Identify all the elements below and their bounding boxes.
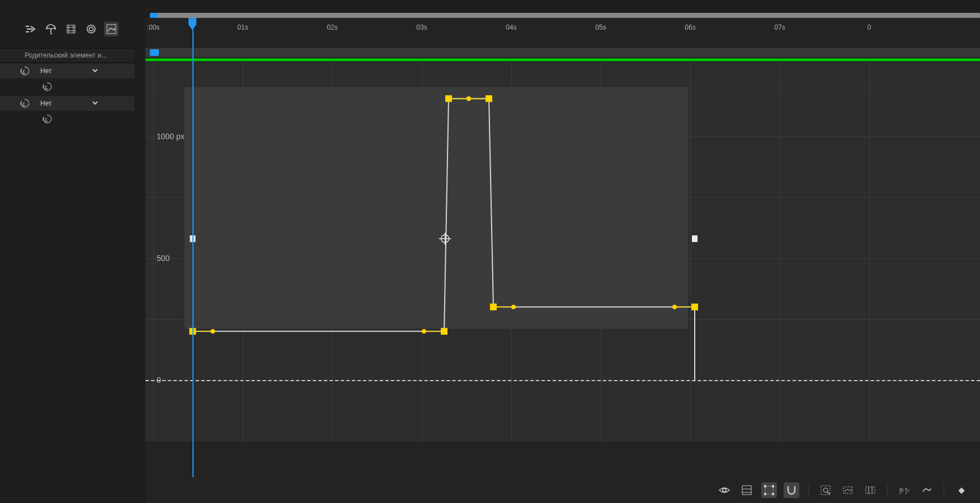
layer-row[interactable]: Нет: [0, 64, 134, 78]
snap-icon[interactable]: [784, 482, 799, 498]
layer-row[interactable]: Нет: [0, 96, 134, 111]
svg-line-22: [827, 492, 830, 494]
ruler-tick: 02s: [327, 23, 337, 31]
fit-selection-icon[interactable]: [840, 482, 856, 498]
graph-editor-icon[interactable]: [104, 22, 119, 36]
layer-subrow: [0, 112, 134, 126]
svg-rect-16: [764, 485, 766, 487]
pickwhip-icon[interactable]: [41, 81, 53, 92]
ruler-tick: 0: [868, 23, 871, 31]
graph-type-icon[interactable]: [739, 482, 755, 498]
svg-rect-12: [742, 486, 751, 495]
filmstrip-icon[interactable]: [64, 22, 78, 36]
svg-rect-19: [772, 493, 774, 495]
ruler-tick: 06s: [685, 23, 695, 31]
svg-rect-18: [764, 493, 766, 495]
svg-rect-24: [866, 487, 875, 493]
toolbar-separator: [887, 483, 888, 497]
bezier-handle[interactable]: [672, 305, 677, 309]
svg-rect-17: [772, 485, 774, 487]
umbrella-icon[interactable]: [44, 22, 58, 36]
svg-point-5: [87, 25, 95, 33]
circle-icon[interactable]: [84, 22, 98, 36]
separate-dimensions-icon[interactable]: xy: [897, 482, 912, 498]
edit-keys-icon[interactable]: [919, 482, 935, 498]
ruler-tick: 01s: [237, 23, 248, 31]
value-curve[interactable]: [192, 98, 695, 380]
graph-svg: [145, 63, 980, 442]
parent-dropdown[interactable]: Нет: [36, 98, 103, 109]
chevron-down-icon: [92, 67, 98, 75]
work-area-start[interactable]: [150, 49, 159, 56]
time-ruler[interactable]: :00s01s02s03s04s05s06s07s0: [145, 18, 980, 49]
playhead-line[interactable]: [192, 25, 194, 503]
pickwhip-icon[interactable]: [19, 98, 30, 109]
parent-column-label: Родительский элемент и...: [25, 51, 107, 59]
graph-editor[interactable]: 1000 px5000: [145, 63, 980, 442]
bezier-handle[interactable]: [467, 96, 471, 101]
ruler-tick: 03s: [416, 23, 427, 31]
layer-subrow: [0, 79, 134, 94]
timeline-panel: :00s01s02s03s04s05s06s07s0 1000 px5000: [145, 0, 980, 503]
fit-all-icon[interactable]: [818, 482, 833, 498]
shy-icon[interactable]: [23, 22, 38, 36]
svg-rect-29: [958, 487, 964, 493]
pickwhip-icon[interactable]: [19, 65, 30, 77]
toolbar-separator: [944, 483, 944, 497]
chevron-down-icon: [92, 99, 98, 107]
svg-text:y: y: [905, 486, 907, 491]
cache-bar: [145, 58, 980, 61]
toolbar-separator: [808, 483, 809, 497]
bezier-handle[interactable]: [210, 329, 215, 334]
transform-box-icon[interactable]: [761, 482, 777, 498]
svg-point-6: [89, 27, 93, 31]
auto-zoom-icon[interactable]: [863, 482, 878, 498]
parent-column-header[interactable]: Родительский элемент и...: [0, 48, 134, 63]
pickwhip-icon[interactable]: [41, 113, 53, 125]
parent-value: Нет: [40, 67, 51, 75]
bezier-handle[interactable]: [422, 329, 426, 334]
left-panel: Родительский элемент и... Нет Нет: [0, 0, 145, 503]
svg-point-21: [823, 488, 828, 492]
parent-value: Нет: [40, 99, 51, 107]
tool-shelf: [0, 18, 145, 40]
parent-dropdown[interactable]: Нет: [36, 65, 103, 77]
svg-rect-15: [765, 486, 773, 494]
svg-rect-0: [67, 25, 75, 33]
anchor-marker[interactable]: [692, 235, 698, 242]
hold-key-icon[interactable]: [953, 482, 969, 498]
work-area-bar[interactable]: [145, 48, 980, 57]
ruler-tick: 04s: [506, 23, 516, 31]
graph-toolbar: xy: [145, 477, 980, 503]
ruler-tick: 07s: [774, 23, 785, 31]
eye-icon[interactable]: [717, 482, 732, 498]
ruler-tick: :00s: [147, 23, 160, 31]
svg-point-11: [723, 488, 726, 492]
crosshair-icon: [439, 232, 451, 245]
ruler-tick: 05s: [595, 23, 606, 31]
bezier-handle[interactable]: [511, 305, 516, 309]
